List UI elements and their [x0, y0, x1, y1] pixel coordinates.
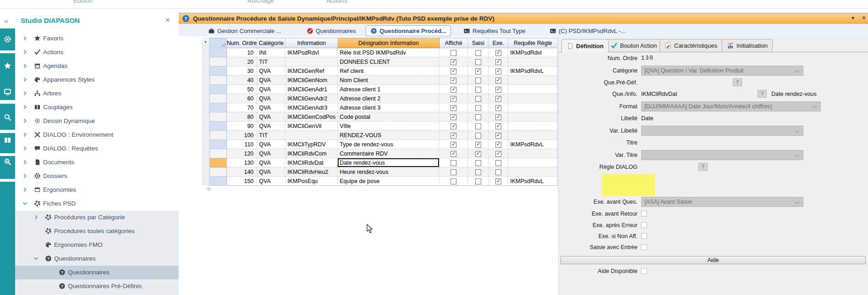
saisi-checkbox[interactable] — [475, 123, 481, 129]
cell-margin[interactable] — [210, 76, 227, 85]
cell-num[interactable]: 80 — [227, 112, 257, 122]
exe-checkbox[interactable] — [495, 178, 501, 184]
cell-info[interactable]: IKMCliTypRDV — [286, 140, 338, 149]
sidebar-item-questionnaires[interactable]: ?Questionnaires — [15, 252, 179, 266]
cell-margin[interactable] — [210, 112, 227, 122]
cell-affiche[interactable] — [439, 131, 468, 140]
cell-saisi[interactable] — [468, 76, 489, 85]
rail-pin-magnifier-button[interactable] — [0, 155, 15, 168]
cell-requete[interactable] — [508, 112, 558, 122]
chevron-right-icon[interactable] — [22, 145, 28, 151]
cell-margin[interactable] — [210, 140, 227, 149]
sidebar-item-fiches-psd[interactable]: Fiches PSD — [15, 197, 179, 211]
sidebar-item-ergonomies-fmo[interactable]: Ergonomies FMO — [15, 238, 179, 252]
cell-exe[interactable] — [489, 131, 508, 140]
cell-requete[interactable]: IKMPsdRdvL — [508, 140, 558, 149]
menu-item-affichage[interactable]: Affichage — [247, 0, 274, 4]
exe-checkbox[interactable] — [495, 160, 501, 166]
sidebar-item-questionnaires-pre-definis-sub[interactable]: ?Questionnaires Pré-Définis — [15, 279, 179, 293]
cell-num[interactable]: 130 — [227, 158, 257, 167]
cell-num[interactable]: 150 — [227, 177, 257, 186]
saisi-checkbox[interactable] — [475, 59, 481, 65]
col-header-saisi[interactable]: Saisi — [468, 38, 489, 48]
sidebar-item-ergonomies[interactable]: Ergonomies — [15, 183, 179, 197]
chevron-right-icon[interactable] — [22, 187, 28, 193]
cell-info[interactable]: IKMCliGenCodPos — [286, 112, 338, 122]
saisi-checkbox[interactable] — [475, 68, 481, 74]
que-pre-def-help-button[interactable]: ? — [733, 78, 742, 86]
cell-affiche[interactable] — [439, 57, 468, 67]
cell-num[interactable]: 70 — [227, 103, 257, 112]
cell-exe[interactable] — [489, 112, 508, 122]
affiche-checkbox[interactable] — [450, 133, 456, 139]
cell-desig[interactable]: VIlle — [338, 122, 439, 131]
col-header-designation-information[interactable]: Désignation Information — [338, 38, 439, 48]
cell-saisi[interactable] — [468, 140, 489, 149]
chevron-right-icon[interactable] — [22, 104, 28, 110]
cell-exe[interactable] — [489, 48, 508, 57]
saisi-checkbox[interactable] — [475, 114, 481, 120]
cell-info[interactable]: IKMPsdRdvl — [286, 48, 338, 57]
cell-exe[interactable] — [489, 67, 508, 76]
chevron-right-icon[interactable] — [22, 77, 28, 83]
chevron-right-icon[interactable] — [22, 49, 28, 55]
exe-checkbox[interactable] — [495, 68, 501, 74]
tab-questionnaires[interactable]: Questionnaires — [302, 25, 360, 36]
cell-margin[interactable] — [210, 85, 227, 94]
sidebar-item-procedures-toutes-categories[interactable]: Procédures toutes catégories — [15, 224, 179, 238]
cell-exe[interactable] — [489, 177, 508, 186]
col-header-margin[interactable] — [210, 38, 227, 48]
cell-saisi[interactable] — [468, 122, 489, 131]
cell-desig[interactable]: Nom Client — [338, 76, 439, 85]
cell-desig[interactable]: Adresse client 1 — [338, 85, 439, 94]
tab-c-psd-ikmpsdrdvl[interactable]: (C) PSD/IKMPsdRdvL -... — [545, 25, 630, 36]
sidebar-item-actions[interactable]: Actions — [15, 45, 179, 59]
rail-monitor-button[interactable] — [0, 85, 15, 99]
cell-requete[interactable] — [508, 94, 558, 103]
cell-saisi[interactable] — [468, 48, 489, 57]
panel-tab-caracteristiques[interactable]: Caractéristiques — [659, 39, 722, 52]
cell-desig[interactable]: RENDEZ-VOUS — [338, 131, 439, 140]
aide-bar[interactable]: Aide — [560, 256, 866, 264]
cell-saisi[interactable] — [468, 149, 489, 158]
sidebar-item-apparences-styles[interactable]: Apparences Styles — [15, 73, 179, 87]
cell-margin[interactable] — [210, 158, 227, 167]
cell-affiche[interactable] — [439, 112, 468, 122]
sidebar-collapse-icon[interactable]: « — [4, 17, 8, 26]
affiche-checkbox[interactable] — [450, 151, 456, 157]
cell-affiche[interactable] — [439, 94, 468, 103]
select-all-triangle-icon[interactable] — [220, 42, 225, 47]
exe-avant-retour-checkbox[interactable] — [641, 211, 647, 217]
cell-requete[interactable] — [508, 103, 558, 112]
exe-checkbox[interactable] — [495, 151, 501, 157]
cell-exe[interactable] — [489, 158, 508, 167]
exe-checkbox[interactable] — [495, 96, 501, 102]
cell-desig[interactable]: Equipe de pose — [338, 177, 439, 186]
cell-cat[interactable]: TIT — [257, 131, 286, 140]
cell-saisi[interactable] — [468, 112, 489, 122]
exe-checkbox[interactable] — [495, 133, 501, 139]
cell-margin[interactable] — [210, 48, 227, 57]
rail-magnifier-button[interactable] — [0, 110, 15, 124]
cell-margin[interactable] — [210, 131, 227, 140]
cell-requete[interactable] — [508, 158, 558, 167]
aide-disponible-checkbox[interactable] — [641, 268, 647, 274]
cell-affiche[interactable] — [439, 122, 468, 131]
cell-num[interactable]: 40 — [227, 76, 257, 85]
cell-info[interactable]: IKMPosEqu — [286, 177, 338, 186]
cell-exe[interactable] — [489, 94, 508, 103]
cell-affiche[interactable] — [439, 103, 468, 112]
cell-requete[interactable] — [508, 131, 558, 140]
cell-exe[interactable] — [489, 140, 508, 149]
col-header-requete-regle[interactable]: Requête Règle — [508, 38, 558, 48]
cell-requete[interactable] — [508, 122, 558, 131]
exe-checkbox[interactable] — [495, 105, 501, 111]
cell-saisi[interactable] — [468, 177, 489, 186]
saisi-checkbox[interactable] — [475, 78, 481, 83]
affiche-checkbox[interactable] — [450, 68, 456, 74]
panel-tab-definition[interactable]: Définition — [561, 39, 609, 52]
cell-saisi[interactable] — [468, 103, 489, 112]
panel-tab-initialisation[interactable]: Initialisation — [722, 39, 773, 52]
rail-gear-button[interactable] — [0, 32, 15, 46]
exe-checkbox[interactable] — [495, 123, 501, 129]
